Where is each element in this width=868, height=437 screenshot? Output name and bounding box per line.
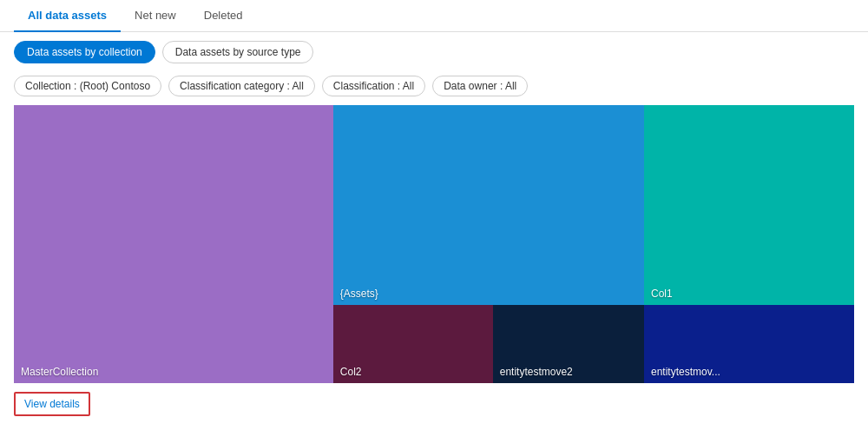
view-by-collection-button[interactable]: Data assets by collection [14, 41, 155, 63]
view-details-button[interactable]: View details [14, 392, 90, 416]
filter-data-owner[interactable]: Data owner : All [432, 76, 528, 96]
tile-assets-label: {Assets} [340, 288, 378, 300]
top-tabs: All data assets Net new Deleted [0, 0, 868, 32]
tab-net-new[interactable]: Net new [121, 0, 190, 32]
tile-col2-label: Col2 [340, 366, 362, 378]
tile-entitytestmov[interactable]: entitytestmov... [644, 305, 854, 383]
tile-master-collection[interactable]: MasterCollection [14, 105, 333, 383]
tile-col1-label: Col1 [651, 288, 673, 300]
tile-entitytestmov-label: entitytestmov... [651, 366, 720, 378]
filter-collection[interactable]: Collection : (Root) Contoso [14, 76, 161, 96]
tile-entitytestmove2-label: entitytestmove2 [500, 366, 573, 378]
tile-master-collection-label: MasterCollection [21, 366, 98, 378]
footer: View details [0, 383, 868, 425]
tile-col1[interactable]: Col1 [644, 105, 854, 305]
tile-col2[interactable]: Col2 [333, 305, 493, 383]
filter-bar: Collection : (Root) Contoso Classificati… [0, 72, 868, 105]
tile-assets[interactable]: {Assets} [333, 105, 644, 305]
tab-all-data-assets[interactable]: All data assets [14, 0, 121, 32]
tab-deleted[interactable]: Deleted [190, 0, 257, 32]
view-by-source-button[interactable]: Data assets by source type [162, 41, 314, 63]
view-toggle-bar: Data assets by collection Data assets by… [0, 32, 868, 72]
treemap-chart: MasterCollection {Assets} Col1 Col2 enti… [14, 105, 854, 383]
filter-classification[interactable]: Classification : All [322, 76, 425, 96]
filter-classification-category[interactable]: Classification category : All [168, 76, 315, 96]
tile-entitytestmove2[interactable]: entitytestmove2 [493, 305, 644, 383]
